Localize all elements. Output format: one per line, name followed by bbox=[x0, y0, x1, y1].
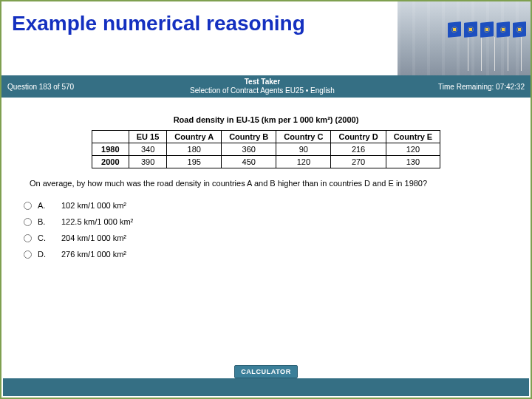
question-text: On average, by how much was the road den… bbox=[30, 179, 510, 188]
option-key: A. bbox=[38, 201, 55, 210]
option-key: C. bbox=[38, 233, 55, 242]
cell: 195 bbox=[167, 156, 222, 168]
cell: 360 bbox=[222, 143, 276, 156]
eu-flag-icon bbox=[513, 21, 526, 38]
bottom-bar bbox=[3, 378, 529, 396]
cell: 120 bbox=[276, 156, 331, 168]
cell: 450 bbox=[222, 156, 276, 168]
answer-options: A. 102 km/1 000 km² B. 122.5 km/1 000 km… bbox=[24, 201, 510, 259]
option-key: B. bbox=[38, 217, 55, 226]
question-counter: Question 183 of 570 bbox=[7, 83, 126, 91]
option-a[interactable]: A. 102 km/1 000 km² bbox=[24, 201, 510, 210]
table-row: 2000 390 195 450 120 270 130 bbox=[92, 156, 440, 168]
row-header: 1980 bbox=[92, 143, 129, 156]
test-title-line2: Selection of Contract Agents EU25 • Engl… bbox=[126, 86, 399, 95]
test-title: Test Taker Selection of Contract Agents … bbox=[126, 78, 399, 95]
flagpole bbox=[521, 37, 522, 71]
eu-flag-icon bbox=[464, 21, 477, 38]
table-row: 1980 340 180 360 90 216 120 bbox=[92, 143, 440, 156]
slide: Example numerical reasoning Question 183… bbox=[0, 0, 532, 399]
option-d-radio[interactable] bbox=[24, 250, 32, 259]
option-b-radio[interactable] bbox=[24, 218, 32, 226]
option-key: D. bbox=[38, 250, 55, 259]
slide-header: Example numerical reasoning bbox=[1, 1, 531, 75]
question-content: Road density in EU-15 (km per 1 000 km²)… bbox=[1, 98, 531, 265]
eu-flags-image bbox=[398, 1, 531, 75]
col-header: Country D bbox=[331, 131, 386, 143]
cell: 270 bbox=[331, 156, 386, 168]
flagpole bbox=[508, 37, 508, 71]
col-header: EU 15 bbox=[129, 131, 167, 143]
test-info-bar: Question 183 of 570 Test Taker Selection… bbox=[1, 75, 531, 98]
option-c[interactable]: C. 204 km/1 000 km² bbox=[24, 233, 510, 242]
col-header: Country E bbox=[386, 131, 440, 143]
option-b[interactable]: B. 122.5 km/1 000 km² bbox=[24, 217, 510, 226]
slide-title: Example numerical reasoning bbox=[12, 12, 387, 35]
option-d[interactable]: D. 276 km/1 000 km² bbox=[24, 250, 510, 259]
cell: 390 bbox=[129, 156, 167, 168]
cell: 130 bbox=[386, 156, 440, 168]
col-header: Country B bbox=[222, 131, 276, 143]
flagpole bbox=[494, 37, 495, 71]
time-remaining: Time Remaining: 07:42:32 bbox=[399, 83, 525, 91]
option-text: 122.5 km/1 000 km² bbox=[61, 217, 133, 226]
data-table: EU 15 Country A Country B Country C Coun… bbox=[92, 130, 440, 168]
header-left: Example numerical reasoning bbox=[1, 1, 398, 75]
option-c-radio[interactable] bbox=[24, 234, 32, 242]
table-header-row: EU 15 Country A Country B Country C Coun… bbox=[92, 131, 440, 143]
building-bg bbox=[398, 1, 531, 75]
eu-flag-icon bbox=[480, 21, 494, 38]
test-title-line1: Test Taker bbox=[126, 78, 399, 86]
cell: 340 bbox=[129, 143, 167, 156]
eu-flag-icon bbox=[448, 21, 461, 38]
cell: 216 bbox=[331, 143, 386, 156]
option-text: 204 km/1 000 km² bbox=[61, 233, 126, 242]
col-header: Country A bbox=[167, 131, 222, 143]
flagpole bbox=[468, 37, 468, 71]
flags-row bbox=[448, 22, 526, 37]
cell: 90 bbox=[276, 143, 331, 156]
option-a-radio[interactable] bbox=[24, 202, 32, 210]
calculator-bar: CALCULATOR bbox=[1, 365, 531, 378]
cell: 120 bbox=[386, 143, 440, 156]
table-corner bbox=[92, 131, 129, 143]
option-text: 276 km/1 000 km² bbox=[61, 250, 126, 259]
col-header: Country C bbox=[276, 131, 331, 143]
table-title: Road density in EU-15 (km per 1 000 km²)… bbox=[22, 115, 510, 124]
calculator-button[interactable]: CALCULATOR bbox=[234, 365, 298, 378]
option-text: 102 km/1 000 km² bbox=[61, 201, 126, 210]
row-header: 2000 bbox=[92, 156, 129, 168]
cell: 180 bbox=[167, 143, 222, 156]
eu-flag-icon bbox=[497, 21, 510, 38]
flagpole bbox=[481, 37, 482, 71]
